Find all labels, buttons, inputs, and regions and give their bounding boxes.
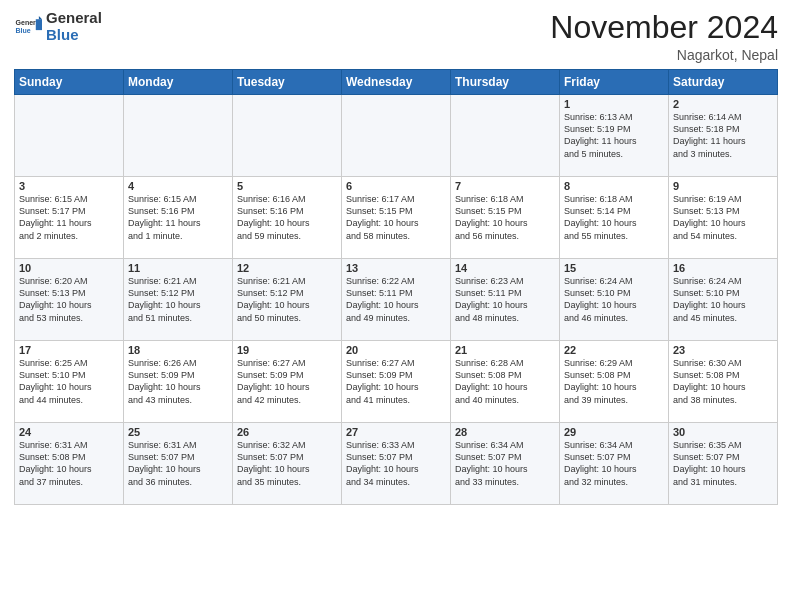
calendar-cell: 28Sunrise: 6:34 AM Sunset: 5:07 PM Dayli…: [451, 423, 560, 505]
day-info: Sunrise: 6:26 AM Sunset: 5:09 PM Dayligh…: [128, 357, 228, 406]
day-number: 3: [19, 180, 119, 192]
day-number: 12: [237, 262, 337, 274]
day-info: Sunrise: 6:24 AM Sunset: 5:10 PM Dayligh…: [673, 275, 773, 324]
weekday-header-friday: Friday: [560, 70, 669, 95]
day-info: Sunrise: 6:22 AM Sunset: 5:11 PM Dayligh…: [346, 275, 446, 324]
logo-blue: Blue: [46, 26, 79, 43]
svg-marker-3: [36, 19, 42, 30]
day-number: 30: [673, 426, 773, 438]
day-number: 23: [673, 344, 773, 356]
day-info: Sunrise: 6:16 AM Sunset: 5:16 PM Dayligh…: [237, 193, 337, 242]
calendar-cell: 17Sunrise: 6:25 AM Sunset: 5:10 PM Dayli…: [15, 341, 124, 423]
calendar-cell: 9Sunrise: 6:19 AM Sunset: 5:13 PM Daylig…: [669, 177, 778, 259]
calendar-cell: 4Sunrise: 6:15 AM Sunset: 5:16 PM Daylig…: [124, 177, 233, 259]
day-number: 8: [564, 180, 664, 192]
day-info: Sunrise: 6:21 AM Sunset: 5:12 PM Dayligh…: [128, 275, 228, 324]
day-number: 18: [128, 344, 228, 356]
day-number: 17: [19, 344, 119, 356]
weekday-header-thursday: Thursday: [451, 70, 560, 95]
day-info: Sunrise: 6:18 AM Sunset: 5:15 PM Dayligh…: [455, 193, 555, 242]
calendar-cell: 7Sunrise: 6:18 AM Sunset: 5:15 PM Daylig…: [451, 177, 560, 259]
header: General Blue General Blue November 2024 …: [14, 10, 778, 63]
day-number: 25: [128, 426, 228, 438]
day-info: Sunrise: 6:32 AM Sunset: 5:07 PM Dayligh…: [237, 439, 337, 488]
day-number: 4: [128, 180, 228, 192]
weekday-header-tuesday: Tuesday: [233, 70, 342, 95]
calendar-cell: 30Sunrise: 6:35 AM Sunset: 5:07 PM Dayli…: [669, 423, 778, 505]
day-info: Sunrise: 6:31 AM Sunset: 5:08 PM Dayligh…: [19, 439, 119, 488]
day-info: Sunrise: 6:25 AM Sunset: 5:10 PM Dayligh…: [19, 357, 119, 406]
calendar-cell: [451, 95, 560, 177]
week-row-4: 17Sunrise: 6:25 AM Sunset: 5:10 PM Dayli…: [15, 341, 778, 423]
svg-text:Blue: Blue: [16, 27, 31, 34]
calendar-cell: 23Sunrise: 6:30 AM Sunset: 5:08 PM Dayli…: [669, 341, 778, 423]
calendar-cell: 6Sunrise: 6:17 AM Sunset: 5:15 PM Daylig…: [342, 177, 451, 259]
page: General Blue General Blue November 2024 …: [0, 0, 792, 612]
week-row-5: 24Sunrise: 6:31 AM Sunset: 5:08 PM Dayli…: [15, 423, 778, 505]
calendar-cell: 18Sunrise: 6:26 AM Sunset: 5:09 PM Dayli…: [124, 341, 233, 423]
day-info: Sunrise: 6:23 AM Sunset: 5:11 PM Dayligh…: [455, 275, 555, 324]
day-number: 14: [455, 262, 555, 274]
calendar-cell: 27Sunrise: 6:33 AM Sunset: 5:07 PM Dayli…: [342, 423, 451, 505]
day-info: Sunrise: 6:27 AM Sunset: 5:09 PM Dayligh…: [346, 357, 446, 406]
day-number: 24: [19, 426, 119, 438]
weekday-header-row: SundayMondayTuesdayWednesdayThursdayFrid…: [15, 70, 778, 95]
day-number: 29: [564, 426, 664, 438]
weekday-header-sunday: Sunday: [15, 70, 124, 95]
day-info: Sunrise: 6:17 AM Sunset: 5:15 PM Dayligh…: [346, 193, 446, 242]
calendar-cell: 2Sunrise: 6:14 AM Sunset: 5:18 PM Daylig…: [669, 95, 778, 177]
month-title: November 2024: [550, 10, 778, 45]
calendar: SundayMondayTuesdayWednesdayThursdayFrid…: [14, 69, 778, 505]
calendar-cell: 1Sunrise: 6:13 AM Sunset: 5:19 PM Daylig…: [560, 95, 669, 177]
day-info: Sunrise: 6:14 AM Sunset: 5:18 PM Dayligh…: [673, 111, 773, 160]
calendar-cell: 25Sunrise: 6:31 AM Sunset: 5:07 PM Dayli…: [124, 423, 233, 505]
calendar-cell: 14Sunrise: 6:23 AM Sunset: 5:11 PM Dayli…: [451, 259, 560, 341]
day-number: 1: [564, 98, 664, 110]
day-info: Sunrise: 6:34 AM Sunset: 5:07 PM Dayligh…: [455, 439, 555, 488]
calendar-cell: 10Sunrise: 6:20 AM Sunset: 5:13 PM Dayli…: [15, 259, 124, 341]
calendar-cell: 16Sunrise: 6:24 AM Sunset: 5:10 PM Dayli…: [669, 259, 778, 341]
calendar-cell: 5Sunrise: 6:16 AM Sunset: 5:16 PM Daylig…: [233, 177, 342, 259]
day-number: 15: [564, 262, 664, 274]
calendar-cell: [342, 95, 451, 177]
calendar-cell: 21Sunrise: 6:28 AM Sunset: 5:08 PM Dayli…: [451, 341, 560, 423]
week-row-2: 3Sunrise: 6:15 AM Sunset: 5:17 PM Daylig…: [15, 177, 778, 259]
calendar-cell: 15Sunrise: 6:24 AM Sunset: 5:10 PM Dayli…: [560, 259, 669, 341]
day-info: Sunrise: 6:29 AM Sunset: 5:08 PM Dayligh…: [564, 357, 664, 406]
day-info: Sunrise: 6:19 AM Sunset: 5:13 PM Dayligh…: [673, 193, 773, 242]
day-info: Sunrise: 6:24 AM Sunset: 5:10 PM Dayligh…: [564, 275, 664, 324]
calendar-cell: 8Sunrise: 6:18 AM Sunset: 5:14 PM Daylig…: [560, 177, 669, 259]
logo-general: General: [46, 9, 102, 26]
calendar-cell: 11Sunrise: 6:21 AM Sunset: 5:12 PM Dayli…: [124, 259, 233, 341]
day-info: Sunrise: 6:20 AM Sunset: 5:13 PM Dayligh…: [19, 275, 119, 324]
day-number: 6: [346, 180, 446, 192]
day-number: 28: [455, 426, 555, 438]
weekday-header-monday: Monday: [124, 70, 233, 95]
calendar-cell: 24Sunrise: 6:31 AM Sunset: 5:08 PM Dayli…: [15, 423, 124, 505]
calendar-cell: [15, 95, 124, 177]
day-number: 20: [346, 344, 446, 356]
day-number: 7: [455, 180, 555, 192]
day-number: 22: [564, 344, 664, 356]
day-info: Sunrise: 6:34 AM Sunset: 5:07 PM Dayligh…: [564, 439, 664, 488]
week-row-3: 10Sunrise: 6:20 AM Sunset: 5:13 PM Dayli…: [15, 259, 778, 341]
calendar-header: SundayMondayTuesdayWednesdayThursdayFrid…: [15, 70, 778, 95]
calendar-body: 1Sunrise: 6:13 AM Sunset: 5:19 PM Daylig…: [15, 95, 778, 505]
day-number: 5: [237, 180, 337, 192]
calendar-cell: 19Sunrise: 6:27 AM Sunset: 5:09 PM Dayli…: [233, 341, 342, 423]
calendar-cell: 29Sunrise: 6:34 AM Sunset: 5:07 PM Dayli…: [560, 423, 669, 505]
day-info: Sunrise: 6:31 AM Sunset: 5:07 PM Dayligh…: [128, 439, 228, 488]
day-info: Sunrise: 6:28 AM Sunset: 5:08 PM Dayligh…: [455, 357, 555, 406]
calendar-cell: 22Sunrise: 6:29 AM Sunset: 5:08 PM Dayli…: [560, 341, 669, 423]
day-number: 16: [673, 262, 773, 274]
calendar-cell: 13Sunrise: 6:22 AM Sunset: 5:11 PM Dayli…: [342, 259, 451, 341]
logo: General Blue General Blue: [14, 10, 102, 43]
location: Nagarkot, Nepal: [550, 47, 778, 63]
day-info: Sunrise: 6:33 AM Sunset: 5:07 PM Dayligh…: [346, 439, 446, 488]
calendar-cell: [124, 95, 233, 177]
weekday-header-wednesday: Wednesday: [342, 70, 451, 95]
title-area: November 2024 Nagarkot, Nepal: [550, 10, 778, 63]
day-number: 27: [346, 426, 446, 438]
calendar-cell: 3Sunrise: 6:15 AM Sunset: 5:17 PM Daylig…: [15, 177, 124, 259]
day-number: 13: [346, 262, 446, 274]
